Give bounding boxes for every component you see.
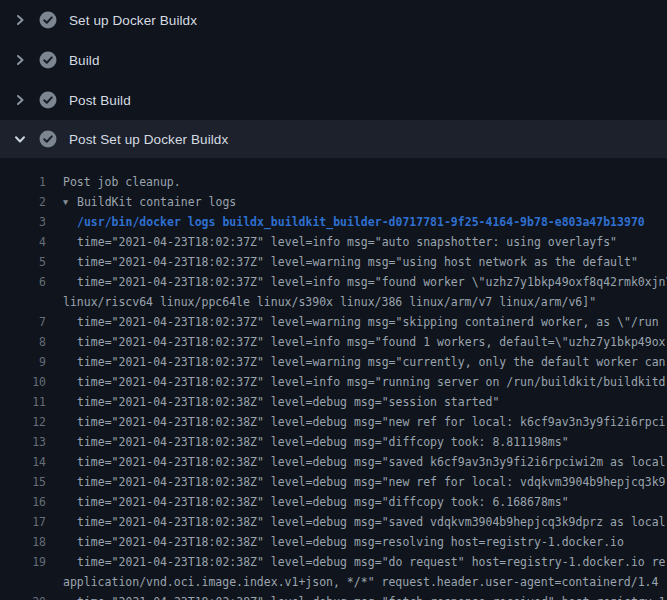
log-line: 8 time="2021-04-23T18:02:37Z" level=info… xyxy=(0,332,667,352)
log-line-text: time="2021-04-23T18:02:38Z" level=debug … xyxy=(77,432,569,452)
log-line-number[interactable]: 3 xyxy=(0,212,46,232)
log-line-number[interactable]: 15 xyxy=(0,472,46,492)
log-line-text: time="2021-04-23T18:02:38Z" level=debug … xyxy=(77,452,667,472)
log-line-text: time="2021-04-23T18:02:38Z" level=debug … xyxy=(77,472,666,492)
log-line-number[interactable]: 18 xyxy=(0,532,46,552)
chevron-right-icon[interactable] xyxy=(12,12,28,28)
chevron-right-icon[interactable] xyxy=(12,52,28,68)
log-line-number[interactable]: 8 xyxy=(0,332,46,352)
log-group-title[interactable]: BuildKit container logs xyxy=(77,195,236,209)
log-line-text: time="2021-04-23T18:02:37Z" level=info m… xyxy=(77,372,666,392)
actions-log-viewer: Set up Docker Buildx Build Post Build xyxy=(0,0,667,600)
log-line-number[interactable]: 16 xyxy=(0,492,46,512)
log-line-text: time="2021-04-23T18:02:38Z" level=debug … xyxy=(77,512,667,532)
log-line: 19 time="2021-04-23T18:02:38Z" level=deb… xyxy=(0,552,667,572)
log-line-text: time="2021-04-23T18:02:37Z" level=info m… xyxy=(77,272,667,292)
log-line-number[interactable]: 11 xyxy=(0,392,46,412)
step-list: Set up Docker Buildx Build Post Build xyxy=(0,0,667,158)
log-line-text: ▼BuildKit container logs xyxy=(63,192,236,212)
log-line: 7 time="2021-04-23T18:02:37Z" level=warn… xyxy=(0,312,667,332)
log-area: 1 Post job cleanup. 2 ▼BuildKit containe… xyxy=(0,158,667,600)
log-line-number[interactable]: 14 xyxy=(0,452,46,472)
group-collapse-triangle-icon[interactable]: ▼ xyxy=(63,192,77,212)
log-line-number[interactable]: 19 xyxy=(0,552,46,572)
log-line-text: time="2021-04-23T18:02:38Z" level=debug … xyxy=(77,532,624,552)
log-line-number[interactable]: 10 xyxy=(0,372,46,392)
log-line-text: time="2021-04-23T18:02:37Z" level=warnin… xyxy=(77,352,666,372)
log-line-number[interactable]: 4 xyxy=(0,232,46,252)
log-line: 11 time="2021-04-23T18:02:38Z" level=deb… xyxy=(0,392,667,412)
log-line: 20 time="2021-04-23T18:02:38Z" level=deb… xyxy=(0,592,667,600)
log-line: 13 time="2021-04-23T18:02:38Z" level=deb… xyxy=(0,432,667,452)
log-line: 14 time="2021-04-23T18:02:38Z" level=deb… xyxy=(0,452,667,472)
log-line-number[interactable]: 7 xyxy=(0,312,46,332)
log-line-number[interactable]: 12 xyxy=(0,412,46,432)
chevron-right-icon[interactable] xyxy=(12,92,28,108)
log-line: 5 time="2021-04-23T18:02:37Z" level=warn… xyxy=(0,252,667,272)
log-line: application/vnd.oci.image.index.v1+json,… xyxy=(0,572,667,592)
log-line-text: time="2021-04-23T18:02:37Z" level=info m… xyxy=(77,232,617,252)
log-line-number[interactable]: 1 xyxy=(0,172,46,192)
check-circle-icon xyxy=(39,130,57,148)
log-line: 10 time="2021-04-23T18:02:37Z" level=inf… xyxy=(0,372,667,392)
log-line-number xyxy=(0,572,46,592)
log-line: 12 time="2021-04-23T18:02:38Z" level=deb… xyxy=(0,412,667,432)
log-line: 9 time="2021-04-23T18:02:37Z" level=warn… xyxy=(0,352,667,372)
log-line-text: time="2021-04-23T18:02:37Z" level=info m… xyxy=(77,332,666,352)
step-title: Set up Docker Buildx xyxy=(69,13,197,28)
log-line-text: time="2021-04-23T18:02:38Z" level=debug … xyxy=(77,552,666,572)
log-line-text: time="2021-04-23T18:02:37Z" level=warnin… xyxy=(77,252,638,272)
log-line-number[interactable]: 9 xyxy=(0,352,46,372)
log-line: 15 time="2021-04-23T18:02:38Z" level=deb… xyxy=(0,472,667,492)
step-section-build[interactable]: Build xyxy=(0,40,667,80)
step-title: Post Set up Docker Buildx xyxy=(69,132,228,147)
step-section-post-set-up-docker-buildx[interactable]: Post Set up Docker Buildx xyxy=(0,120,667,158)
log-line-number[interactable]: 20 xyxy=(0,592,46,600)
log-line-text: application/vnd.oci.image.index.v1+json,… xyxy=(63,572,658,592)
log-line-number[interactable]: 13 xyxy=(0,432,46,452)
log-line-number[interactable]: 17 xyxy=(0,512,46,532)
chevron-down-icon[interactable] xyxy=(12,131,28,147)
log-line-text: linux/riscv64 linux/ppc64le linux/s390x … xyxy=(63,292,596,312)
log-line-text: /usr/bin/docker logs buildx_buildkit_bui… xyxy=(77,212,645,232)
log-line-text: time="2021-04-23T18:02:38Z" level=debug … xyxy=(77,412,666,432)
log-line: 18 time="2021-04-23T18:02:38Z" level=deb… xyxy=(0,532,667,552)
log-line: 4 time="2021-04-23T18:02:37Z" level=info… xyxy=(0,232,667,252)
step-section-post-build[interactable]: Post Build xyxy=(0,80,667,120)
log-line-text: time="2021-04-23T18:02:37Z" level=warnin… xyxy=(77,312,659,332)
step-section-set-up-docker-buildx[interactable]: Set up Docker Buildx xyxy=(0,0,667,40)
log-line: 17 time="2021-04-23T18:02:38Z" level=deb… xyxy=(0,512,667,532)
log-line: 6 time="2021-04-23T18:02:37Z" level=info… xyxy=(0,272,667,292)
check-circle-icon xyxy=(39,11,57,29)
check-circle-icon xyxy=(39,91,57,109)
step-title: Build xyxy=(69,53,100,68)
log-line: 3 /usr/bin/docker logs buildx_buildkit_b… xyxy=(0,212,667,232)
log-line: linux/riscv64 linux/ppc64le linux/s390x … xyxy=(0,292,667,312)
log-line: 1 Post job cleanup. xyxy=(0,172,667,192)
log-line-text: Post job cleanup. xyxy=(63,172,181,192)
log-line: 2 ▼BuildKit container logs xyxy=(0,192,667,212)
log-line-text: time="2021-04-23T18:02:38Z" level=debug … xyxy=(77,592,666,600)
log-line-text: time="2021-04-23T18:02:38Z" level=debug … xyxy=(77,392,499,412)
check-circle-icon xyxy=(39,51,57,69)
log-line-number[interactable]: 5 xyxy=(0,252,46,272)
log-line-text: time="2021-04-23T18:02:38Z" level=debug … xyxy=(77,492,569,512)
log-line: 16 time="2021-04-23T18:02:38Z" level=deb… xyxy=(0,492,667,512)
step-title: Post Build xyxy=(69,93,131,108)
log-line-number xyxy=(0,292,46,312)
log-line-number[interactable]: 6 xyxy=(0,272,46,292)
log-line-number[interactable]: 2 xyxy=(0,192,46,212)
